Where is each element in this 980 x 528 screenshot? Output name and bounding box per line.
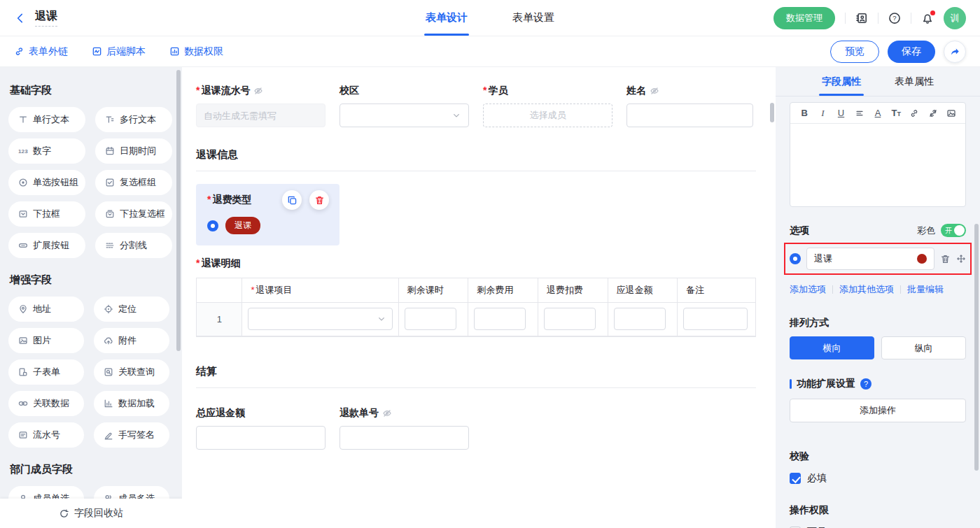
save-button[interactable]: 保存: [888, 41, 935, 63]
divider: [832, 285, 833, 294]
label-rich-text-editor[interactable]: BIUATT: [790, 102, 966, 207]
option-drag-icon[interactable]: [956, 254, 966, 264]
data-permission-link[interactable]: 数据权限: [169, 45, 223, 58]
option-row-highlighted: 退课: [784, 243, 972, 275]
sidebar-field-item[interactable]: 多行文本: [95, 107, 172, 132]
detail-item-select[interactable]: [248, 308, 392, 330]
color-mode-label: 彩色: [917, 224, 935, 237]
data-manage-button[interactable]: 数据管理: [774, 7, 835, 29]
bell-icon[interactable]: [921, 12, 934, 24]
arrange-horizontal-button[interactable]: 横向: [790, 336, 874, 359]
sidebar-field-item[interactable]: 手写签名: [94, 422, 169, 448]
arrange-vertical-button[interactable]: 纵向: [881, 336, 966, 359]
option-tag: 退课: [225, 217, 260, 234]
sidebar-field-item[interactable]: 单选按钮组: [8, 170, 85, 195]
rich-text-area[interactable]: [790, 124, 965, 206]
student-member-picker[interactable]: 选择成员: [483, 104, 612, 127]
color-toggle[interactable]: 开: [941, 224, 966, 237]
tab-form-settings[interactable]: 表单设置: [512, 0, 554, 36]
option-link-0[interactable]: 添加选项: [790, 283, 826, 296]
selected-field-refund-type[interactable]: 退费类型 退课: [196, 184, 340, 245]
sidebar-field-item[interactable]: 附件: [94, 328, 169, 353]
align-icon[interactable]: [851, 105, 868, 122]
underline-icon[interactable]: U: [832, 105, 849, 122]
sidebar-field-item[interactable]: 子表单: [8, 359, 84, 385]
link-icon[interactable]: [906, 105, 923, 122]
sidebar-field-item[interactable]: 复选框组: [95, 170, 172, 195]
tab-form-properties[interactable]: 表单属性: [895, 67, 934, 96]
tab-field-properties[interactable]: 字段属性: [822, 67, 861, 96]
contact-book-icon[interactable]: [855, 12, 868, 24]
sidebar-field-item[interactable]: 单行文本: [8, 107, 85, 132]
field-serial[interactable]: 退课流水号: [196, 84, 326, 127]
refund-no-input[interactable]: [340, 426, 469, 450]
sidebar-field-item[interactable]: 123数字: [8, 138, 85, 164]
panel-scrollbar[interactable]: [974, 224, 979, 471]
tab-form-design[interactable]: 表单设计: [426, 0, 468, 36]
delete-field-button[interactable]: [309, 190, 329, 210]
question-icon[interactable]: ?: [860, 378, 872, 390]
unlink-icon[interactable]: [925, 105, 941, 122]
sidebar-field-item[interactable]: 关联数据: [8, 391, 84, 416]
detail-cell-input[interactable]: [683, 308, 748, 330]
detail-cell-input[interactable]: [614, 308, 666, 330]
field-recycle-bin[interactable]: 字段回收站: [0, 499, 182, 528]
sidebar-field-item[interactable]: 图片: [8, 328, 84, 353]
bold-icon[interactable]: B: [796, 105, 813, 122]
option-link-1[interactable]: 添加其他选项: [839, 283, 894, 296]
font-color-icon[interactable]: A: [869, 105, 886, 122]
sidebar-field-item[interactable]: 关联查询: [94, 359, 169, 385]
copy-field-button[interactable]: [282, 190, 302, 210]
option-link-2[interactable]: 批量编辑: [907, 283, 944, 296]
sidebar-field-item[interactable]: 定位: [94, 297, 169, 322]
sidebar-field-item[interactable]: 日期时间: [95, 138, 172, 164]
sidebar-scrollbar[interactable]: [176, 70, 181, 351]
sidebar-field-item[interactable]: 下拉复选框: [95, 201, 172, 227]
detail-cell-input[interactable]: [544, 308, 596, 330]
name-input[interactable]: [626, 104, 753, 127]
share-icon: [949, 46, 960, 57]
required-checkbox[interactable]: [790, 473, 801, 484]
field-student[interactable]: 学员 选择成员: [483, 84, 612, 127]
back-icon[interactable]: [14, 12, 27, 24]
option-delete-icon[interactable]: [940, 254, 951, 264]
font-size-icon[interactable]: TT: [888, 105, 904, 122]
sidebar-field-item[interactable]: 数据加载: [94, 391, 169, 416]
option-radio[interactable]: [790, 253, 801, 264]
option-value-input[interactable]: 退课: [806, 248, 934, 270]
field-total-refund[interactable]: 总应退金额: [196, 406, 326, 450]
share-button[interactable]: [944, 41, 966, 63]
sidebar-field-item[interactable]: 下拉框: [8, 201, 85, 227]
required-checkbox-row: 必填: [790, 472, 966, 485]
detail-column-header: 剩余课时: [398, 278, 468, 302]
option-color-dot[interactable]: [917, 254, 927, 264]
rt-image-icon[interactable]: [943, 105, 960, 122]
backend-script-link[interactable]: 后端脚本: [92, 45, 146, 58]
canvas-scrollbar[interactable]: [770, 103, 774, 122]
form-external-link[interactable]: 表单外链: [14, 45, 68, 58]
detail-column-header: 应退金额: [608, 278, 678, 302]
serial-input[interactable]: [196, 104, 326, 127]
section-title-settle: 结算: [196, 365, 756, 388]
add-action-button[interactable]: 添加操作: [790, 399, 966, 422]
italic-icon[interactable]: I: [814, 105, 831, 122]
field-refund-no[interactable]: 退款单号: [340, 406, 469, 450]
form-canvas[interactable]: 退课流水号 校区 学员 选择成员 姓名: [182, 67, 776, 528]
campus-select[interactable]: [340, 104, 469, 127]
field-campus[interactable]: 校区: [340, 84, 469, 127]
attachment-icon: [103, 336, 114, 345]
detail-cell-input[interactable]: [474, 308, 526, 330]
sidebar-field-item[interactable]: 地址: [8, 297, 84, 322]
field-name[interactable]: 姓名: [626, 84, 753, 127]
preview-button[interactable]: 预览: [830, 41, 879, 63]
help-icon[interactable]: ?: [888, 12, 901, 24]
divider-icon: [104, 241, 115, 250]
sidebar-field-item[interactable]: 分割线: [95, 233, 172, 258]
refund-type-radio[interactable]: [207, 220, 218, 231]
total-refund-input[interactable]: [196, 426, 326, 450]
detail-cell-input[interactable]: [405, 308, 456, 330]
sidebar-field-item[interactable]: 扩展按钮: [8, 233, 85, 258]
sidebar-field-item[interactable]: 流水号: [8, 422, 84, 448]
avatar[interactable]: 训: [944, 7, 966, 29]
number-icon: 123: [18, 148, 29, 155]
